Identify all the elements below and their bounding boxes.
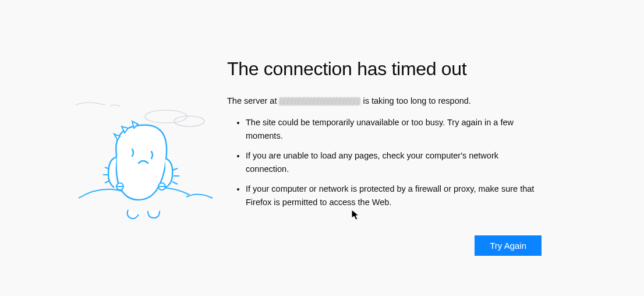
button-row: Try Again [227,235,542,256]
error-page-container: The connection has timed out The server … [0,0,644,256]
try-again-button[interactable]: Try Again [475,235,542,256]
list-item: The site could be temporarily unavailabl… [246,116,542,142]
sad-creature-icon [70,93,221,233]
suggestion-list: The site could be temporarily unavailabl… [227,116,542,209]
error-illustration [70,93,221,256]
redacted-hostname [279,97,360,105]
subtitle-suffix: is taking too long to respond. [360,96,470,105]
list-item: If you are unable to load any pages, che… [246,149,542,175]
svg-point-1 [174,116,204,126]
error-content: The connection has timed out The server … [227,58,542,256]
subtitle-prefix: The server at [227,96,279,105]
list-item: If your computer or network is protected… [246,182,542,209]
page-title: The connection has timed out [227,58,542,80]
error-subtitle: The server at is taking too long to resp… [227,96,542,105]
